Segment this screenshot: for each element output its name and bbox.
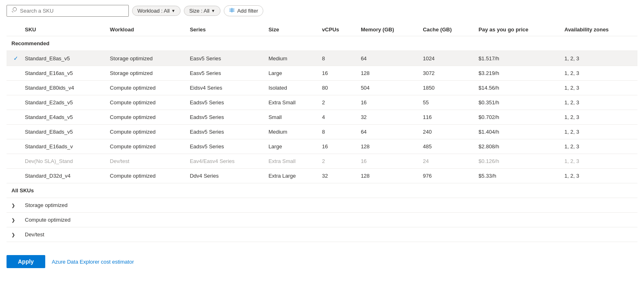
collapsible-row[interactable]: ❯Compute optimized (7, 213, 637, 227)
collapsible-row[interactable]: ❯Storage optimized (7, 198, 637, 213)
size-cell: Medium (264, 125, 317, 139)
size-cell: Large (264, 66, 317, 81)
vcpus-cell: 2 (317, 95, 356, 110)
col-header-memory[interactable]: Memory (GB) (356, 23, 418, 36)
sku-cell: Standard_E8ads_v5 (20, 125, 105, 139)
workload-chevron-icon: ▼ (171, 9, 175, 13)
table-row[interactable]: Standard_E8ads_v5Compute optimizedEadsv5… (7, 125, 637, 139)
cache-cell: 1850 (418, 81, 474, 95)
workload-cell: Compute optimized (105, 110, 185, 125)
series-cell: Eadsv5 Series (185, 139, 264, 154)
size-filter-label: Size : All (189, 8, 210, 14)
vcpus-cell: 80 (317, 81, 356, 95)
table-row[interactable]: Standard_D32d_v4Compute optimizedDdv4 Se… (7, 169, 637, 183)
zones-cell: 1, 2, 3 (560, 51, 637, 66)
zones-cell: 1, 2, 3 (560, 154, 637, 169)
vcpus-cell: 8 (317, 51, 356, 66)
col-header-zones[interactable]: Availability zones (560, 23, 637, 36)
sku-cell: Standard_E4ads_v5 (20, 110, 105, 125)
col-header-vcpus[interactable]: vCPUs (317, 23, 356, 36)
search-icon (11, 7, 17, 14)
table-row[interactable]: Standard_E2ads_v5Compute optimizedEadsv5… (7, 95, 637, 110)
cache-cell: 24 (418, 154, 474, 169)
table-header-row: SKU Workload Series Size vCPUs Memory (G… (7, 23, 637, 36)
row-check-cell (7, 139, 20, 154)
add-filter-button[interactable]: Add filter (224, 5, 263, 16)
memory-cell: 32 (356, 110, 418, 125)
col-header-size[interactable]: Size (264, 23, 317, 36)
cache-cell: 976 (418, 169, 474, 183)
search-box[interactable] (7, 5, 129, 17)
col-header-price[interactable]: Pay as you go price (474, 23, 560, 36)
chevron-right-icon: ❯ (11, 203, 15, 208)
series-cell: Eadsv5 Series (185, 95, 264, 110)
col-header-workload[interactable]: Workload (105, 23, 185, 36)
col-header-series[interactable]: Series (185, 23, 264, 36)
size-cell: Large (264, 139, 317, 154)
workload-cell: Compute optimized (105, 125, 185, 139)
top-bar: Workload : All ▼ Size : All ▼ Add filter (7, 5, 637, 17)
zones-cell: 1, 2, 3 (560, 95, 637, 110)
workload-filter[interactable]: Workload : All ▼ (132, 6, 181, 16)
add-filter-label: Add filter (237, 8, 258, 14)
price-cell: $1.404/h (474, 125, 560, 139)
cost-estimator-link[interactable]: Azure Data Explorer cost estimator (52, 259, 134, 265)
row-check-cell (7, 66, 20, 81)
collapsible-row[interactable]: ❯Dev/test (7, 227, 637, 242)
row-check-cell (7, 95, 20, 110)
size-chevron-icon: ▼ (211, 9, 215, 13)
size-cell: Extra Large (264, 169, 317, 183)
sku-cell: Standard_E16ads_v (20, 139, 105, 154)
memory-cell: 64 (356, 125, 418, 139)
size-cell: Extra Small (264, 154, 317, 169)
zones-cell: 1, 2, 3 (560, 81, 637, 95)
vcpus-cell: 2 (317, 154, 356, 169)
zones-cell: 1, 2, 3 (560, 125, 637, 139)
row-check-cell (7, 81, 20, 95)
price-cell: $0.702/h (474, 110, 560, 125)
table-row[interactable]: Standard_E16ads_vCompute optimizedEadsv5… (7, 139, 637, 154)
series-cell: Ddv4 Series (185, 169, 264, 183)
workload-cell: Compute optimized (105, 169, 185, 183)
workload-cell: Storage optimized (105, 66, 185, 81)
price-cell: $2.808/h (474, 139, 560, 154)
apply-button[interactable]: Apply (7, 255, 45, 268)
workload-filter-label: Workload : All (137, 8, 170, 14)
section-header: All SKUs (7, 183, 637, 198)
memory-cell: 504 (356, 81, 418, 95)
sku-table: SKU Workload Series Size vCPUs Memory (G… (7, 23, 637, 242)
series-cell: Easv5 Series (185, 51, 264, 66)
sku-cell: Standard_E16as_v5 (20, 66, 105, 81)
series-cell: Eadsv5 Series (185, 110, 264, 125)
row-check-cell: ✓ (7, 51, 20, 66)
expand-icon[interactable]: ❯ (7, 198, 20, 213)
table-row[interactable]: Standard_E80ids_v4Compute optimizedEidsv… (7, 81, 637, 95)
chevron-right-icon: ❯ (11, 232, 15, 237)
add-filter-icon (229, 7, 235, 14)
table-row[interactable]: Dev(No SLA)_StandDev/testEav4/Easv4 Seri… (7, 154, 637, 169)
memory-cell: 64 (356, 51, 418, 66)
sku-cell: Dev(No SLA)_Stand (20, 154, 105, 169)
expand-icon[interactable]: ❯ (7, 227, 20, 242)
zones-cell: 1, 2, 3 (560, 139, 637, 154)
table-row[interactable]: Standard_E4ads_v5Compute optimizedEadsv5… (7, 110, 637, 125)
vcpus-cell: 8 (317, 125, 356, 139)
sku-cell: Standard_D32d_v4 (20, 169, 105, 183)
price-cell: $5.33/h (474, 169, 560, 183)
col-header-cache[interactable]: Cache (GB) (418, 23, 474, 36)
size-filter[interactable]: Size : All ▼ (184, 6, 221, 16)
table-row[interactable]: Standard_E16as_v5Storage optimizedEasv5 … (7, 66, 637, 81)
col-header-sku[interactable]: SKU (20, 23, 105, 36)
price-cell: $0.126/h (474, 154, 560, 169)
expand-icon[interactable]: ❯ (7, 213, 20, 227)
price-cell: $14.56/h (474, 81, 560, 95)
section-header: Recommended (7, 36, 637, 51)
vcpus-cell: 16 (317, 66, 356, 81)
cache-cell: 55 (418, 95, 474, 110)
size-cell: Medium (264, 51, 317, 66)
vcpus-cell: 16 (317, 139, 356, 154)
search-input[interactable] (20, 8, 124, 14)
zones-cell: 1, 2, 3 (560, 169, 637, 183)
workload-cell: Compute optimized (105, 139, 185, 154)
table-row[interactable]: ✓Standard_E8as_v5Storage optimizedEasv5 … (7, 51, 637, 66)
